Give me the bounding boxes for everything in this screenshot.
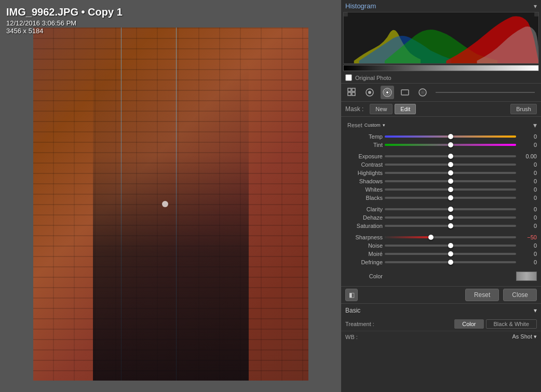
exposure-slider[interactable]: [385, 155, 516, 157]
histogram-dropdown-icon[interactable]: ▾: [534, 3, 537, 10]
moire-slider[interactable]: [385, 253, 516, 255]
defringe-slider-row: Defringe 0: [341, 258, 541, 266]
clarity-value: 0: [518, 206, 537, 212]
defringe-thumb[interactable]: [448, 260, 453, 265]
treatment-color-btn[interactable]: Color: [454, 319, 483, 329]
sharpness-label: Sharpness: [345, 234, 383, 240]
basic-header[interactable]: Basic ▾: [341, 304, 541, 317]
noise-slider[interactable]: [385, 245, 516, 247]
exposure-slider-row: Exposure 0.00: [341, 152, 541, 160]
treatment-row: Treatment : Color Black & White: [341, 317, 541, 331]
saturation-thumb[interactable]: [448, 223, 453, 228]
blacks-slider[interactable]: [385, 197, 516, 199]
panel-dropdown-icon[interactable]: ▾: [533, 121, 537, 129]
temp-label: Temp: [345, 133, 383, 140]
svg-rect-5: [348, 92, 351, 96]
custom-select[interactable]: Custom ▾: [364, 123, 385, 128]
dehaze-slider[interactable]: [385, 217, 516, 219]
sharpness-thumb[interactable]: [428, 235, 434, 240]
mask-brush-btn[interactable]: Brush: [510, 104, 537, 114]
tint-label: Tint: [345, 142, 383, 148]
wb-select[interactable]: As Shot ▾: [512, 333, 537, 340]
noise-slider-row: Noise 0: [341, 241, 541, 250]
histogram-section: Histogram ▾: [341, 0, 541, 83]
clarity-thumb[interactable]: [448, 207, 453, 212]
collapse-icon: ◧: [349, 291, 355, 299]
dehaze-thumb[interactable]: [448, 215, 453, 220]
svg-rect-1: [344, 12, 348, 17]
mask-edit-btn[interactable]: Edit: [395, 104, 416, 114]
original-photo-label: Original Photo: [355, 75, 391, 81]
histogram-title: Histogram: [345, 2, 376, 10]
temp-value: 0: [518, 133, 537, 140]
shadows-value: 0: [518, 178, 537, 184]
defringe-label: Defringe: [345, 259, 383, 265]
highlights-slider[interactable]: [385, 172, 516, 174]
wb-row: WB : As Shot ▾: [341, 331, 541, 342]
clarity-slider[interactable]: [385, 208, 516, 210]
photo-area: IMG_9962.JPG • Copy 1 12/12/2016 3:06:56…: [0, 0, 341, 392]
treatment-bw-btn[interactable]: Black & White: [486, 319, 537, 329]
whites-slider[interactable]: [385, 188, 516, 191]
blacks-thumb[interactable]: [448, 195, 453, 200]
original-photo-checkbox[interactable]: [345, 74, 352, 81]
mask-toolbar: Mask : New Edit Brush: [341, 102, 541, 117]
saturation-slider[interactable]: [385, 225, 516, 227]
photo-canvas: [0, 0, 341, 392]
contrast-label: Contrast: [345, 161, 383, 168]
overlay-tool-icon[interactable]: [416, 86, 429, 99]
whites-thumb[interactable]: [448, 187, 453, 192]
bottom-buttons: ◧ Reset Close: [341, 286, 541, 303]
svg-point-11: [386, 91, 388, 93]
circle-gradient-tool-icon[interactable]: [363, 86, 376, 99]
moire-thumb[interactable]: [448, 251, 453, 256]
svg-point-8: [368, 91, 371, 94]
defringe-slider[interactable]: [385, 261, 516, 263]
shadows-thumb[interactable]: [448, 179, 453, 184]
tint-thumb[interactable]: [448, 142, 453, 147]
noise-value: 0: [518, 242, 537, 249]
shadows-label: Shadows: [345, 178, 383, 184]
contrast-slider[interactable]: [385, 164, 516, 166]
crop-indicator: [162, 201, 168, 207]
temp-slider[interactable]: [385, 136, 516, 138]
highlights-slider-row: Highlights 0: [341, 169, 541, 177]
saturation-label: Saturation: [345, 223, 383, 229]
shadows-slider[interactable]: [385, 180, 516, 182]
color-swatch[interactable]: [516, 272, 537, 281]
temp-thumb[interactable]: [448, 134, 453, 139]
basic-title: Basic: [345, 307, 360, 314]
photo-info: IMG_9962.JPG • Copy 1 12/12/2016 3:06:56…: [6, 6, 123, 35]
svg-rect-6: [352, 92, 355, 96]
tint-value: 0: [518, 142, 537, 148]
sharpness-slider[interactable]: [385, 236, 516, 238]
temp-slider-row: Temp 0: [341, 132, 541, 141]
sharpness-fill: [385, 236, 431, 238]
filename: IMG_9962.JPG • Copy 1: [6, 6, 123, 18]
noise-thumb[interactable]: [448, 243, 453, 248]
reset-all-btn[interactable]: Reset: [465, 289, 499, 301]
histogram-canvas: [343, 12, 539, 64]
close-btn[interactable]: Close: [503, 289, 537, 301]
blacks-value: 0: [518, 195, 537, 201]
moire-value: 0: [518, 251, 537, 257]
basic-dropdown-icon: ▾: [534, 307, 537, 314]
radial-gradient-tool-icon[interactable]: [381, 86, 394, 99]
mask-new-btn[interactable]: New: [370, 104, 393, 114]
blacks-slider-row: Blacks 0: [341, 194, 541, 202]
dehaze-value: 0: [518, 214, 537, 221]
contrast-thumb[interactable]: [448, 162, 453, 167]
grid-tool-icon[interactable]: [345, 86, 359, 99]
defringe-value: 0: [518, 259, 537, 265]
histogram-gradient-bar: [343, 65, 539, 71]
svg-point-14: [419, 89, 426, 96]
highlights-thumb[interactable]: [448, 170, 453, 175]
saturation-slider-row: Saturation 0: [341, 222, 541, 230]
reset-button[interactable]: Reset: [345, 121, 364, 129]
exposure-thumb[interactable]: [448, 154, 453, 159]
rect-gradient-tool-icon[interactable]: [398, 86, 412, 99]
tint-slider[interactable]: [385, 144, 516, 146]
sharpness-slider-row: Sharpness −50: [341, 233, 541, 241]
collapse-panel-btn[interactable]: ◧: [345, 289, 358, 301]
reset-custom-row: Reset Custom ▾ ▾: [341, 120, 541, 132]
